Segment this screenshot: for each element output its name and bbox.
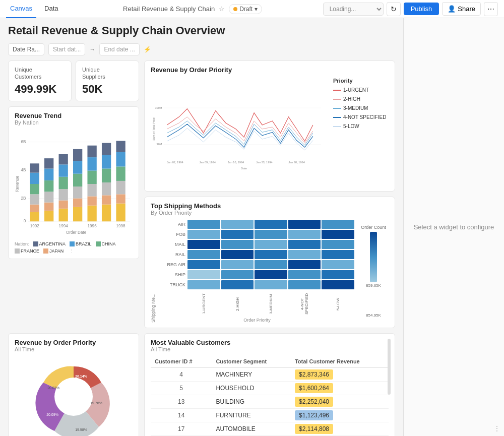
dashboard-title: Retail Revenue & Supply Chain	[123, 5, 215, 13]
cell-id: 4	[151, 368, 212, 382]
svg-rect-31	[73, 161, 82, 173]
svg-rect-28	[73, 198, 82, 207]
svg-text:20.09%: 20.09%	[46, 413, 58, 416]
refresh-icon-btn[interactable]: ↻	[387, 2, 401, 16]
method-label-rail: RAIL	[160, 252, 187, 257]
loading-select[interactable]: Loading...	[323, 3, 384, 16]
svg-rect-13	[30, 172, 39, 183]
line-chart-container: Sum of Total Price 100M 90M	[151, 74, 389, 186]
start-date-input[interactable]: Start dat...	[48, 43, 85, 55]
date-range-filter[interactable]: Date Ra...	[8, 43, 44, 55]
hm-cell	[322, 230, 354, 239]
svg-text:Jan 16, 1994: Jan 16, 1994	[228, 161, 244, 164]
hm-cell	[187, 270, 220, 279]
priority-legend-items: 1-URGENT 2-HIGH 3-MEDIUM 4-NOT SPECIFIED…	[333, 86, 389, 131]
heatmap-x-labels: 1-URGENT 2-HIGH 3-MEDIUM 4-NOT SPECIFIED…	[160, 291, 354, 317]
legend-china: CHINA	[96, 241, 116, 246]
right-panel: Select a widget to configure	[403, 18, 504, 436]
cell-id: 13	[151, 395, 212, 409]
more-options-icon[interactable]: ⋯	[484, 2, 498, 16]
svg-rect-23	[58, 189, 68, 200]
svg-rect-42	[102, 168, 111, 182]
tab-canvas[interactable]: Canvas	[6, 0, 36, 18]
cell-id: 14	[151, 409, 212, 422]
table-row: 5 HOUSEHOLD $1,600,264	[151, 382, 389, 395]
bottom-row: Revenue by Order Priority All Time Assoc…	[8, 333, 395, 436]
x-label-4-not-specified: 4-NOT SPECIFIED	[288, 291, 321, 317]
hm-cell	[322, 220, 354, 229]
hm-cell	[221, 270, 254, 279]
draft-dot	[233, 7, 237, 11]
svg-rect-15	[44, 210, 53, 221]
main-content: Retail Revenue & Supply Chain Overview D…	[0, 18, 403, 436]
svg-rect-47	[116, 180, 125, 194]
cell-segment: FURNITURE	[212, 409, 291, 422]
heatmap-legend: Order Count 859.65K 854.95K	[358, 220, 389, 323]
svg-rect-35	[87, 184, 96, 196]
hm-cell	[187, 220, 220, 229]
scale-max: 859.65K	[366, 283, 381, 288]
bar-chart-area: Revenue 6B 4B 2B 0	[15, 129, 133, 239]
dashboard-grid: UniqueCustomers 499.99K UniqueSuppliers …	[8, 60, 395, 328]
publish-button[interactable]: Publish	[404, 3, 439, 15]
hm-cell	[187, 250, 220, 259]
scroll-indicator	[388, 339, 391, 395]
svg-text:20.14%: 20.14%	[75, 375, 88, 378]
share-button[interactable]: 👤 Share	[442, 2, 481, 16]
svg-rect-19	[44, 168, 53, 180]
unique-suppliers-value: 50K	[82, 83, 133, 96]
svg-rect-40	[102, 195, 111, 204]
end-date-input[interactable]: End date ...	[99, 43, 139, 55]
shipping-y-label: Shipping Me...	[151, 220, 156, 323]
hm-cell	[288, 260, 321, 269]
svg-text:100M: 100M	[155, 106, 162, 109]
svg-rect-10	[30, 204, 39, 212]
x-label-2-high: 2-HIGH	[221, 291, 254, 317]
hm-cell	[221, 220, 254, 229]
svg-text:0: 0	[24, 219, 26, 223]
hm-cell	[255, 270, 287, 279]
tab-data[interactable]: Data	[40, 0, 62, 18]
hm-cell	[255, 250, 287, 259]
table-row: 13 BUILDING $2,252,040	[151, 395, 389, 409]
scroll-indicator-icon: ⋮	[70, 248, 74, 254]
top-shipping-card: Top Shipping Methods By Order Priority S…	[144, 197, 395, 328]
hm-cell	[221, 250, 254, 259]
svg-text:6B: 6B	[21, 139, 26, 144]
svg-rect-45	[116, 203, 125, 221]
legend-2-high: 2-HIGH	[333, 95, 389, 104]
hm-cell	[288, 250, 321, 259]
order-count-label: Order Count	[361, 225, 386, 230]
legend-argentina: ARGENTINA	[33, 241, 66, 246]
hm-cell	[322, 250, 354, 259]
unique-suppliers-label: UniqueSuppliers	[82, 66, 133, 81]
svg-text:90M: 90M	[157, 143, 162, 146]
svg-rect-14	[30, 163, 39, 172]
svg-rect-39	[102, 204, 111, 221]
left-column: UniqueCustomers 499.99K UniqueSuppliers …	[8, 60, 139, 328]
heatmap-row-regair: REG AIR	[160, 260, 354, 269]
svg-rect-32	[73, 149, 82, 160]
x-label-3-medium: 3-MEDIUM	[255, 291, 287, 317]
revenue-priority-title: Revenue by Order Priority	[151, 66, 389, 74]
draft-status-badge[interactable]: Draft ▾	[229, 4, 262, 14]
svg-rect-43	[102, 155, 111, 168]
legend-1-urgent: 1-URGENT	[333, 86, 389, 95]
svg-text:Order Date: Order Date	[66, 230, 87, 234]
svg-text:1992: 1992	[30, 224, 40, 228]
revenue-trend-card: Revenue Trend By Nation Revenue 6B 4B 2B…	[8, 106, 139, 259]
svg-rect-48	[116, 166, 125, 180]
hm-cell	[322, 280, 354, 289]
legend-4-not-specified: 4-NOT SPECIFIED	[333, 113, 389, 122]
svg-rect-17	[44, 192, 53, 202]
svg-text:Sum of Total Price: Sum of Total Price	[152, 117, 155, 141]
donut-title: Revenue by Order Priority	[15, 339, 133, 346]
svg-text:1996: 1996	[88, 224, 97, 228]
donut-container: Associated Revenue	[15, 356, 133, 436]
color-scale-bar	[370, 232, 377, 282]
filter-refresh-icon[interactable]: ⚡	[144, 46, 151, 53]
star-icon[interactable]: ☆	[219, 5, 225, 13]
svg-rect-50	[116, 141, 125, 152]
svg-text:4B: 4B	[21, 167, 26, 172]
cell-revenue: $2,114,808	[291, 422, 389, 436]
